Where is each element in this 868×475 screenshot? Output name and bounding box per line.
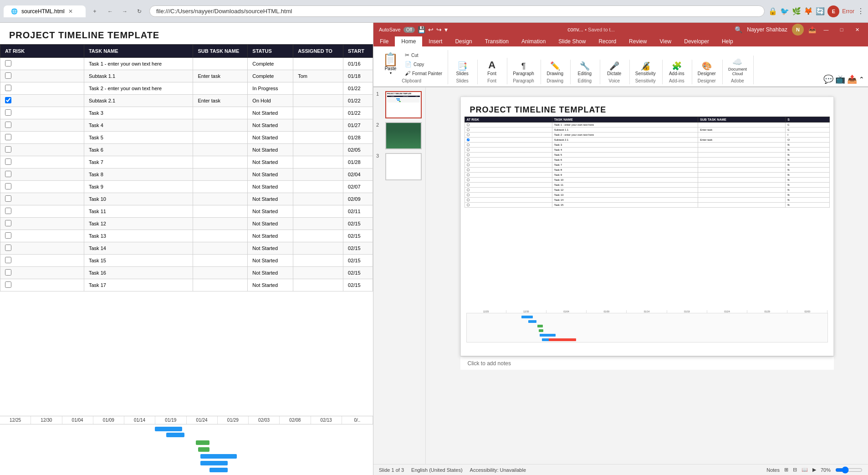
ribbon-tab-file[interactable]: File <box>373 36 395 46</box>
window-maximize[interactable]: □ <box>836 26 847 33</box>
ext1-icon[interactable]: 🔒 <box>768 7 777 15</box>
customize-icon[interactable]: ▾ <box>444 26 448 33</box>
paragraph-button[interactable]: ¶ Paragraph <box>510 61 537 77</box>
at-risk-checkbox[interactable] <box>5 281 11 288</box>
at-risk-checkbox[interactable] <box>5 245 11 251</box>
ext5-icon[interactable]: 🔄 <box>816 7 825 15</box>
col-header-atrisk: AT RISK <box>0 45 84 58</box>
editing-button[interactable]: 🔧 Editing <box>573 61 596 77</box>
view-present[interactable]: ▶ <box>812 467 816 473</box>
start-cell: 01/28 <box>343 132 373 144</box>
ribbon-tab-view[interactable]: View <box>653 36 678 46</box>
view-sorter[interactable]: ⊟ <box>793 467 797 473</box>
ribbon-tab-developer[interactable]: Developer <box>678 36 715 46</box>
at-risk-checkbox[interactable] <box>5 158 11 165</box>
at-risk-checkbox[interactable] <box>5 146 11 153</box>
browser-tab[interactable]: 🌐 sourceHTML.html ✕ <box>4 5 86 17</box>
at-risk-checkbox[interactable] <box>5 208 11 214</box>
ribbon-tab-transition[interactable]: Transition <box>479 36 515 46</box>
ribbon-tab-design[interactable]: Design <box>449 36 478 46</box>
status-cell: Not Started <box>248 181 293 193</box>
at-risk-checkbox[interactable] <box>5 171 11 177</box>
designer-button[interactable]: 🎨 Designer <box>695 61 719 77</box>
tab-close[interactable]: ✕ <box>68 8 73 15</box>
profile-badge[interactable]: E <box>827 5 839 17</box>
gantt-chart <box>0 424 373 463</box>
window-minimize[interactable]: — <box>821 26 832 33</box>
font-button[interactable]: A Font <box>480 59 503 77</box>
at-risk-checkbox[interactable] <box>5 195 11 202</box>
ribbon-group-clipboard: 📋 Paste ▾ ✂Cut 📄Copy 🖌Format Painter Cli… <box>377 50 448 84</box>
new-slide-button[interactable]: 📑 Slides <box>451 61 474 77</box>
refresh-button[interactable]: ↻ <box>133 5 146 18</box>
at-risk-checkbox[interactable] <box>5 97 11 103</box>
addins-button[interactable]: 🧩 Add-ins <box>665 61 688 77</box>
col-header-assigned: ASSIGNED TO <box>293 45 343 58</box>
slide-thumbnail-3[interactable]: 3 <box>376 153 423 180</box>
status-cell: Complete <box>248 58 293 70</box>
ext3-icon[interactable]: 🌿 <box>792 7 801 15</box>
drawing-button[interactable]: ✏️ Drawing <box>544 61 567 77</box>
notes-status[interactable]: Notes <box>766 467 780 473</box>
ext2-icon[interactable]: 🐦 <box>780 7 789 15</box>
address-bar[interactable]: file:///C:/Users/nayyer/Downloads/source… <box>149 5 765 17</box>
dictate-button[interactable]: 🎤 Dictate <box>603 61 626 77</box>
window-close[interactable]: ✕ <box>852 26 863 33</box>
assigned-cell <box>293 218 343 230</box>
at-risk-checkbox[interactable] <box>5 257 11 263</box>
assigned-cell <box>293 193 343 205</box>
at-risk-checkbox[interactable] <box>5 134 11 140</box>
at-risk-checkbox[interactable] <box>5 269 11 276</box>
zoom-slider[interactable] <box>835 466 863 474</box>
ribbon-tab-slide show[interactable]: Slide Show <box>552 36 592 46</box>
share-icon2[interactable]: 📤 <box>847 74 857 84</box>
undo-icon[interactable]: ↩ <box>428 26 434 33</box>
ribbon-tab-home[interactable]: Home <box>395 36 422 46</box>
save-icon[interactable]: 💾 <box>418 26 425 33</box>
back-button[interactable]: ← <box>104 5 117 18</box>
status-cell: Not Started <box>248 119 293 132</box>
doccloud-button[interactable]: ☁️ DocumentCloud <box>725 56 750 77</box>
slide-title-text: PROJECT TIMELINE TEMPLATE <box>465 101 830 117</box>
redo-icon[interactable]: ↪ <box>436 26 442 33</box>
at-risk-checkbox[interactable] <box>5 183 11 189</box>
view-reading[interactable]: 📖 <box>802 467 808 473</box>
at-risk-checkbox[interactable] <box>5 232 11 239</box>
search-icon[interactable]: 🔍 <box>735 26 742 33</box>
forward-button[interactable]: → <box>118 5 131 18</box>
at-risk-checkbox[interactable] <box>5 109 11 116</box>
ribbon-tab-review[interactable]: Review <box>623 36 653 46</box>
comment-icon[interactable]: 💬 <box>823 74 833 84</box>
notes-bar[interactable]: Click to add notes <box>460 356 834 370</box>
ribbon-tab-insert[interactable]: Insert <box>422 36 449 46</box>
slide-thumbnail-1[interactable]: 1PROJECT TIMELINE TEMPLATEAT RISKTASK NA… <box>376 91 423 118</box>
clipboard-label: Clipboard <box>402 77 421 83</box>
cut-button[interactable]: ✂Cut <box>403 51 444 59</box>
at-risk-checkbox[interactable] <box>5 220 11 226</box>
copy-button[interactable]: 📄Copy <box>403 60 444 68</box>
ribbon-tab-animation[interactable]: Animation <box>515 36 552 46</box>
ext4-icon[interactable]: 🦊 <box>804 7 813 15</box>
at-risk-checkbox[interactable] <box>5 122 11 128</box>
slide-preview[interactable]: PROJECT TIMELINE TEMPLATEAT RISKTASK NAM… <box>385 91 422 118</box>
view-normal[interactable]: ⊞ <box>784 467 788 473</box>
sensitivity-button[interactable]: 🔏 Sensitivity <box>633 61 659 77</box>
autosave-toggle[interactable]: Off <box>403 27 415 33</box>
ribbon-tab-help[interactable]: Help <box>715 36 740 46</box>
at-risk-checkbox[interactable] <box>5 85 11 91</box>
ribbon-collapse[interactable]: ⌃ <box>859 76 864 83</box>
ribbon-tab-record[interactable]: Record <box>592 36 623 46</box>
present-icon[interactable]: 📺 <box>835 74 845 84</box>
format-painter-button[interactable]: 🖌Format Painter <box>403 69 444 77</box>
slide-preview[interactable] <box>385 153 422 180</box>
share-icon[interactable]: 📤 <box>808 26 816 33</box>
slide-preview[interactable] <box>385 122 422 149</box>
browser-menu[interactable]: ⋮ <box>857 7 864 15</box>
at-risk-checkbox[interactable] <box>5 60 11 66</box>
status-cell: Complete <box>248 70 293 82</box>
paste-button[interactable]: 📋 Paste ▾ <box>379 52 402 76</box>
slide-canvas[interactable]: PROJECT TIMELINE TEMPLATE AT RISK TASK N… <box>460 97 834 356</box>
slide-thumbnail-2[interactable]: 2 <box>376 122 423 149</box>
new-tab-button[interactable]: + <box>89 6 100 17</box>
at-risk-checkbox[interactable] <box>5 72 11 79</box>
